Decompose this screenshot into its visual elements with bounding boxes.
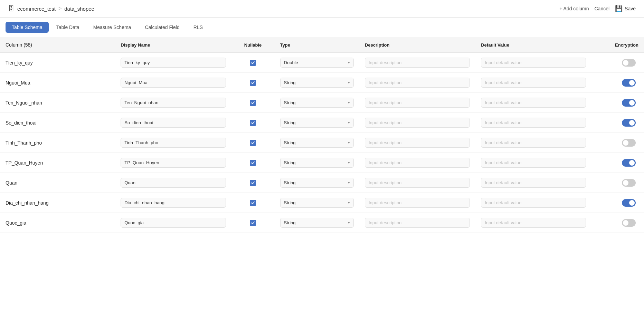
description-input[interactable]: [365, 78, 470, 88]
nullable-checkbox[interactable]: [250, 120, 256, 126]
display-name-input[interactable]: [121, 138, 226, 148]
cell-encryption: [591, 73, 644, 93]
nullable-checkbox[interactable]: [250, 100, 256, 106]
cell-type: String▾: [275, 153, 359, 173]
description-input[interactable]: [365, 58, 470, 68]
schema-table: Column (58) Display Name Nullable Type D…: [0, 37, 644, 233]
cell-type: String▾: [275, 113, 359, 133]
chevron-down-icon: ▾: [348, 180, 350, 185]
cell-default-value: [475, 53, 591, 73]
cell-column-name: TP_Quan_Huyen: [0, 153, 115, 173]
save-icon: 💾: [615, 5, 623, 12]
default-value-input[interactable]: [481, 98, 586, 108]
default-value-input[interactable]: [481, 118, 586, 128]
cell-nullable: [231, 73, 275, 93]
add-column-label: + Add column: [559, 6, 589, 11]
description-input[interactable]: [365, 118, 470, 128]
cell-nullable: [231, 153, 275, 173]
cell-display-name: [115, 93, 231, 113]
nullable-checkbox[interactable]: [250, 180, 256, 186]
default-value-input[interactable]: [481, 198, 586, 208]
column-header-default: Default Value: [475, 37, 591, 53]
type-dropdown[interactable]: String▾: [280, 138, 354, 148]
encryption-toggle[interactable]: [622, 219, 636, 227]
display-name-input[interactable]: [121, 198, 226, 208]
cell-encryption: [591, 93, 644, 113]
column-header-encryption: Encryption: [591, 37, 644, 53]
cell-nullable: [231, 173, 275, 193]
description-input[interactable]: [365, 218, 470, 228]
cell-description: [359, 153, 475, 173]
encryption-toggle[interactable]: [622, 59, 636, 67]
column-header-type: Type: [275, 37, 359, 53]
chevron-down-icon: ▾: [348, 160, 350, 165]
cell-description: [359, 113, 475, 133]
type-dropdown[interactable]: String▾: [280, 98, 354, 108]
description-input[interactable]: [365, 178, 470, 188]
description-input[interactable]: [365, 158, 470, 168]
nullable-checkbox[interactable]: [250, 140, 256, 146]
type-dropdown[interactable]: String▾: [280, 78, 354, 88]
table-row: TP_Quan_HuyenString▾: [0, 153, 644, 173]
type-dropdown[interactable]: Double▾: [280, 58, 354, 68]
encryption-toggle[interactable]: [622, 79, 636, 87]
table-row: Dia_chi_nhan_hangString▾: [0, 193, 644, 213]
display-name-input[interactable]: [121, 218, 226, 228]
tab-measure-schema[interactable]: Measure Schema: [87, 22, 138, 33]
tab-table-data[interactable]: Table Data: [50, 22, 86, 33]
chevron-down-icon: ▾: [348, 100, 350, 105]
default-value-input[interactable]: [481, 58, 586, 68]
encryption-toggle[interactable]: [622, 139, 636, 147]
cell-encryption: [591, 193, 644, 213]
nullable-checkbox[interactable]: [250, 160, 256, 166]
tab-table-schema[interactable]: Table Schema: [6, 22, 49, 33]
default-value-input[interactable]: [481, 178, 586, 188]
tab-calculated-field[interactable]: Calculated Field: [139, 22, 186, 33]
default-value-input[interactable]: [481, 78, 586, 88]
display-name-input[interactable]: [121, 98, 226, 108]
cell-type: String▾: [275, 213, 359, 233]
add-column-button[interactable]: + Add column: [559, 6, 589, 11]
description-input[interactable]: [365, 98, 470, 108]
type-dropdown[interactable]: String▾: [280, 218, 354, 228]
encryption-toggle[interactable]: [622, 119, 636, 127]
cancel-button[interactable]: Cancel: [594, 6, 609, 11]
display-name-input[interactable]: [121, 178, 226, 188]
cell-encryption: [591, 173, 644, 193]
default-value-input[interactable]: [481, 218, 586, 228]
type-dropdown[interactable]: String▾: [280, 198, 354, 208]
nullable-checkbox[interactable]: [250, 220, 256, 226]
display-name-input[interactable]: [121, 58, 226, 68]
cell-encryption: [591, 53, 644, 73]
save-button[interactable]: 💾 Save: [615, 5, 636, 12]
cell-encryption: [591, 153, 644, 173]
display-name-input[interactable]: [121, 118, 226, 128]
cell-display-name: [115, 173, 231, 193]
cell-nullable: [231, 53, 275, 73]
cell-column-name: Tien_ky_quy: [0, 53, 115, 73]
type-dropdown[interactable]: String▾: [280, 118, 354, 128]
nullable-checkbox[interactable]: [250, 60, 256, 66]
database-icon: 🗄: [8, 5, 15, 12]
nullable-checkbox[interactable]: [250, 200, 256, 206]
cell-nullable: [231, 113, 275, 133]
encryption-toggle[interactable]: [622, 99, 636, 107]
description-input[interactable]: [365, 138, 470, 148]
cell-description: [359, 53, 475, 73]
tab-rls[interactable]: RLS: [187, 22, 209, 33]
display-name-input[interactable]: [121, 158, 226, 168]
encryption-toggle[interactable]: [622, 199, 636, 207]
db-name: ecommerce_test: [17, 6, 56, 12]
type-dropdown[interactable]: String▾: [280, 158, 354, 168]
display-name-input[interactable]: [121, 78, 226, 88]
cell-display-name: [115, 213, 231, 233]
default-value-input[interactable]: [481, 158, 586, 168]
default-value-input[interactable]: [481, 138, 586, 148]
encryption-toggle[interactable]: [622, 159, 636, 167]
cell-default-value: [475, 133, 591, 153]
encryption-toggle[interactable]: [622, 179, 636, 187]
column-header-description: Description: [359, 37, 475, 53]
type-dropdown[interactable]: String▾: [280, 178, 354, 188]
nullable-checkbox[interactable]: [250, 80, 256, 86]
description-input[interactable]: [365, 198, 470, 208]
